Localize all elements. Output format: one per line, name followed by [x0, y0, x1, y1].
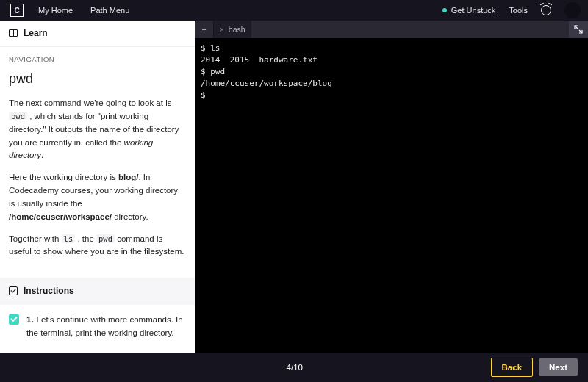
tab-bash[interactable]: × bash: [214, 21, 251, 38]
avatar-button[interactable]: [564, 2, 581, 18]
terminal-panel: + × bash $ ls 2014 2015 hardware.txt $ p…: [195, 21, 588, 353]
paragraph-3: Together with ls , the pwd command is us…: [9, 233, 186, 259]
lesson-panel: Learn NAVIGATION pwd The next command we…: [0, 21, 195, 353]
page-title: pwd: [9, 69, 186, 90]
expand-icon: [574, 25, 583, 34]
get-unstuck-link[interactable]: Get Unstuck: [442, 6, 496, 15]
instructions-header[interactable]: Instructions: [0, 278, 195, 305]
nav-path-menu[interactable]: Path Menu: [90, 6, 129, 15]
next-button[interactable]: Next: [539, 358, 578, 376]
footer: 4/10 Back Next: [0, 353, 588, 382]
step-1: 1.Let's continue with more commands. In …: [9, 314, 186, 340]
breadcrumb: NAVIGATION: [9, 54, 186, 65]
steps: 1.Let's continue with more commands. In …: [0, 305, 195, 353]
progress-indicator: 4/10: [98, 363, 491, 372]
learn-label: Learn: [24, 26, 48, 40]
alarm-icon: [541, 5, 551, 15]
paragraph-1: The next command we're going to look at …: [9, 97, 186, 162]
expand-button[interactable]: [569, 21, 588, 38]
get-unstuck-label: Get Unstuck: [451, 6, 496, 15]
instructions-label: Instructions: [24, 284, 74, 298]
book-icon: [9, 29, 18, 37]
lesson-body: NAVIGATION pwd The next command we're go…: [0, 47, 195, 278]
tab-label: bash: [229, 25, 245, 34]
paragraph-2: Here the working directory is blog/. In …: [9, 171, 186, 223]
step-checkbox-done: [9, 314, 19, 325]
timer-button[interactable]: [541, 5, 551, 15]
tools-link[interactable]: Tools: [509, 6, 528, 15]
add-tab-button[interactable]: +: [195, 21, 214, 38]
topbar: C My Home Path Menu Get Unstuck Tools: [0, 0, 588, 21]
logo-letter: C: [14, 7, 19, 15]
terminal-tabs: + × bash: [195, 21, 588, 38]
dot-icon: [442, 8, 447, 12]
close-icon[interactable]: ×: [220, 26, 224, 34]
main: Learn NAVIGATION pwd The next command we…: [0, 21, 588, 353]
logo[interactable]: C: [10, 4, 24, 17]
nav-my-home[interactable]: My Home: [38, 6, 73, 15]
checklist-icon: [9, 286, 18, 295]
terminal-output[interactable]: $ ls 2014 2015 hardware.txt $ pwd /home/…: [195, 38, 588, 353]
back-button[interactable]: Back: [491, 358, 534, 377]
learn-header[interactable]: Learn: [0, 21, 195, 47]
avatar-icon: [564, 2, 581, 18]
